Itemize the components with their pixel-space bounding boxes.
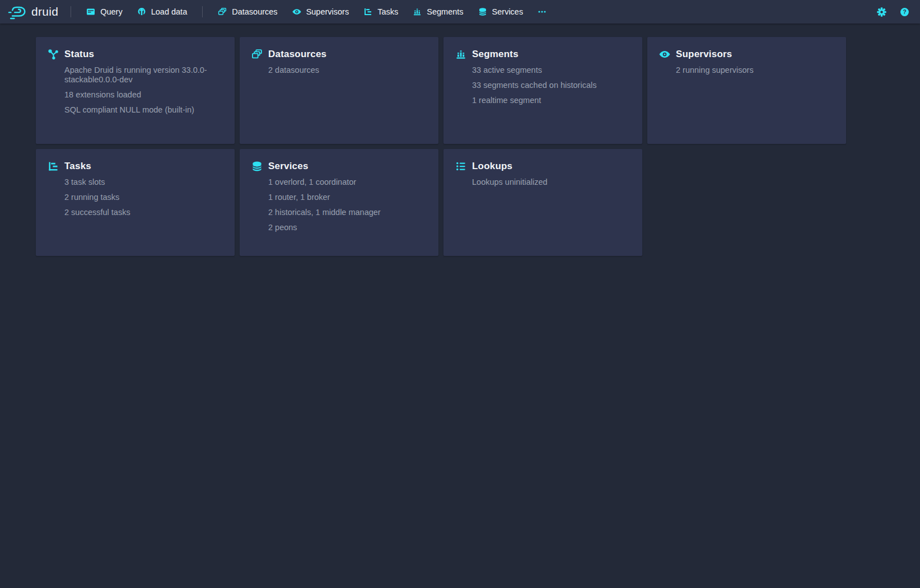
stacked-chart-icon <box>413 7 422 16</box>
nav-item-load-data[interactable]: Load data <box>130 0 195 24</box>
navbar-divider <box>202 6 203 17</box>
navbar-right-group: ? <box>875 5 911 18</box>
card-body: 2 datasources <box>268 66 425 75</box>
nav-item-label: Load data <box>151 7 188 16</box>
status-version-text: Apache Druid is running version 33.0.0-s… <box>64 66 221 85</box>
more-icon <box>538 7 547 16</box>
card-header: Supervisors <box>659 49 833 60</box>
nav-item-label: Services <box>492 7 524 16</box>
navbar-left-group: druid Query Load data <box>8 0 554 24</box>
card-header: Tasks <box>48 161 221 172</box>
supervisors-count-text: 2 running supervisors <box>676 66 833 75</box>
segments-active-text: 33 active segments <box>472 66 629 75</box>
nav-item-label: Segments <box>427 7 463 16</box>
card-lookups[interactable]: Lookups Lookups uninitialized <box>443 149 642 256</box>
database-icon <box>478 7 487 16</box>
properties-icon <box>455 161 466 172</box>
card-body: 2 running supervisors <box>676 66 833 75</box>
home-card-grid: Status Apache Druid is running version 3… <box>36 37 920 256</box>
database-icon <box>251 161 263 172</box>
card-title: Services <box>268 161 309 172</box>
card-title: Status <box>64 49 94 60</box>
nav-item-supervisors[interactable]: Supervisors <box>285 0 357 24</box>
eye-open-icon <box>659 49 670 60</box>
card-body: Lookups uninitialized <box>472 178 629 187</box>
brand-wordmark: druid <box>31 5 58 18</box>
card-status[interactable]: Status Apache Druid is running version 3… <box>36 37 235 144</box>
multi-select-icon <box>251 49 263 60</box>
card-body: 3 task slots 2 running tasks 2 successfu… <box>64 178 221 217</box>
upload-icon <box>137 7 146 16</box>
nav-item-label: Supervisors <box>306 7 349 16</box>
status-extensions-text: 18 extensions loaded <box>64 90 221 100</box>
nav-item-query[interactable]: Query <box>79 0 130 24</box>
card-header: Status <box>48 49 221 60</box>
segments-realtime-text: 1 realtime segment <box>472 96 629 105</box>
card-header: Datasources <box>251 49 425 60</box>
top-navbar: druid Query Load data <box>0 0 920 24</box>
card-title: Tasks <box>64 161 91 172</box>
card-supervisors[interactable]: Supervisors 2 running supervisors <box>647 37 846 144</box>
nav-item-label: Datasources <box>232 7 277 16</box>
lookups-status-text: Lookups uninitialized <box>472 178 629 187</box>
status-null-mode-text: SQL compliant NULL mode (built-in) <box>64 105 221 115</box>
graph-icon <box>48 49 59 60</box>
services-historicals-mm-text: 2 historicals, 1 middle manager <box>268 208 425 217</box>
segments-cached-text: 33 segments cached on historicals <box>472 81 629 90</box>
card-services[interactable]: Services 1 overlord, 1 coordinator 1 rou… <box>240 149 438 256</box>
nav-more-button[interactable] <box>530 0 554 24</box>
card-title: Supervisors <box>676 49 732 60</box>
card-header: Services <box>251 161 425 172</box>
card-title: Datasources <box>268 49 326 60</box>
druid-logo-icon <box>8 2 27 21</box>
multi-select-icon <box>218 7 227 16</box>
card-body: Apache Druid is running version 33.0.0-s… <box>64 66 221 115</box>
help-button[interactable]: ? <box>898 5 911 18</box>
tasks-successful-text: 2 successful tasks <box>64 208 221 217</box>
druid-logo[interactable]: druid <box>8 2 58 21</box>
tasks-slots-text: 3 task slots <box>64 178 221 187</box>
card-header: Segments <box>455 49 629 60</box>
gantt-chart-icon <box>48 161 59 172</box>
svg-text:?: ? <box>903 9 906 15</box>
cog-icon <box>877 7 886 17</box>
datasources-count-text: 2 datasources <box>268 66 425 75</box>
nav-item-tasks[interactable]: Tasks <box>356 0 405 24</box>
card-title: Lookups <box>472 161 512 172</box>
eye-open-icon <box>292 7 301 16</box>
settings-button[interactable] <box>875 5 888 18</box>
services-overlord-coordinator-text: 1 overlord, 1 coordinator <box>268 178 425 187</box>
help-icon: ? <box>900 7 909 17</box>
card-body: 33 active segments 33 segments cached on… <box>472 66 629 105</box>
nav-item-services[interactable]: Services <box>471 0 531 24</box>
card-segments[interactable]: Segments 33 active segments 33 segments … <box>443 37 642 144</box>
stacked-chart-icon <box>455 49 466 60</box>
nav-item-label: Query <box>100 7 123 16</box>
card-tasks[interactable]: Tasks 3 task slots 2 running tasks 2 suc… <box>36 149 235 256</box>
services-router-broker-text: 1 router, 1 broker <box>268 193 425 202</box>
services-peons-text: 2 peons <box>268 223 425 232</box>
gantt-chart-icon <box>363 7 372 16</box>
nav-item-datasources[interactable]: Datasources <box>211 0 284 24</box>
card-datasources[interactable]: Datasources 2 datasources <box>240 37 438 144</box>
card-header: Lookups <box>455 161 629 172</box>
navbar-divider <box>71 6 71 17</box>
application-icon <box>86 7 95 16</box>
card-title: Segments <box>472 49 519 60</box>
nav-item-label: Tasks <box>377 7 398 16</box>
card-body: 1 overlord, 1 coordinator 1 router, 1 br… <box>268 178 425 232</box>
nav-item-segments[interactable]: Segments <box>405 0 470 24</box>
tasks-running-text: 2 running tasks <box>64 193 221 202</box>
